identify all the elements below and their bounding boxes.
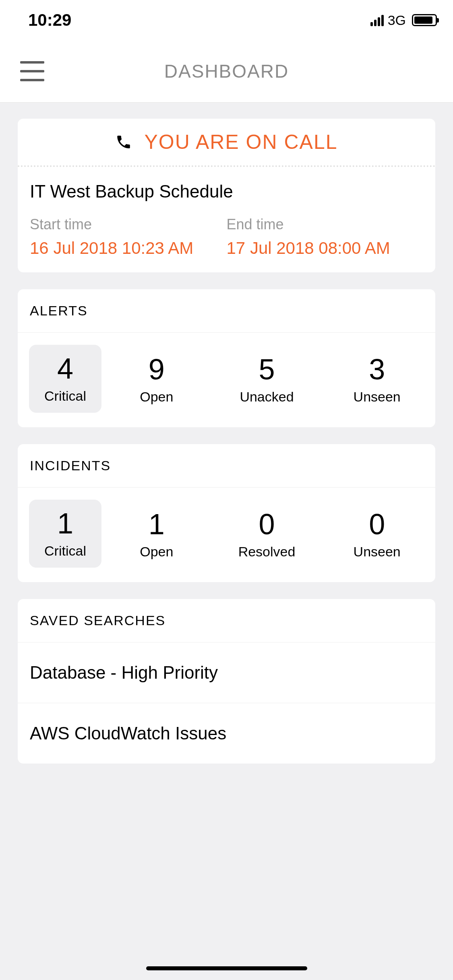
incidents-card: INCIDENTS 1 Critical 1 Open 0 Resolved 0… bbox=[18, 444, 435, 582]
battery-icon bbox=[412, 14, 437, 26]
alerts-unacked-count: 5 bbox=[259, 353, 275, 386]
network-label: 3G bbox=[388, 12, 406, 28]
alerts-unseen-count: 3 bbox=[369, 353, 385, 386]
alerts-unacked[interactable]: 5 Unacked bbox=[212, 345, 322, 413]
end-time-value: 17 Jul 2018 08:00 AM bbox=[227, 239, 424, 258]
incidents-unseen-count: 0 bbox=[369, 508, 385, 541]
alerts-critical[interactable]: 4 Critical bbox=[29, 345, 101, 413]
alerts-critical-count: 4 bbox=[57, 352, 73, 385]
menu-button[interactable] bbox=[20, 61, 44, 81]
incidents-open-count: 1 bbox=[149, 508, 165, 541]
oncall-card[interactable]: YOU ARE ON CALL IT West Backup Schedule … bbox=[18, 119, 435, 272]
incidents-open-label: Open bbox=[140, 544, 173, 560]
incidents-resolved-count: 0 bbox=[259, 508, 275, 541]
alerts-open-count: 9 bbox=[149, 353, 165, 386]
alerts-open-label: Open bbox=[140, 389, 173, 405]
page-title: DASHBOARD bbox=[0, 60, 453, 82]
incidents-unseen[interactable]: 0 Unseen bbox=[322, 500, 432, 568]
incidents-header: INCIDENTS bbox=[18, 444, 435, 488]
incidents-critical[interactable]: 1 Critical bbox=[29, 500, 101, 568]
start-time-block: Start time 16 Jul 2018 10:23 AM bbox=[30, 216, 227, 258]
status-time: 10:29 bbox=[28, 10, 71, 30]
home-indicator[interactable] bbox=[146, 966, 307, 970]
status-indicators: 3G bbox=[370, 12, 437, 28]
start-time-value: 16 Jul 2018 10:23 AM bbox=[30, 239, 227, 258]
saved-searches-header: SAVED SEARCHES bbox=[18, 599, 435, 642]
incidents-critical-label: Critical bbox=[44, 543, 86, 559]
oncall-banner: YOU ARE ON CALL bbox=[18, 119, 435, 167]
start-time-label: Start time bbox=[30, 216, 227, 233]
alerts-card: ALERTS 4 Critical 9 Open 5 Unacked 3 Uns… bbox=[18, 289, 435, 427]
incidents-unseen-label: Unseen bbox=[354, 544, 401, 560]
alerts-critical-label: Critical bbox=[44, 388, 86, 404]
saved-search-item[interactable]: Database - High Priority bbox=[18, 642, 435, 703]
schedule-name: IT West Backup Schedule bbox=[30, 181, 423, 202]
alerts-unseen[interactable]: 3 Unseen bbox=[322, 345, 432, 413]
end-time-block: End time 17 Jul 2018 08:00 AM bbox=[227, 216, 424, 258]
alerts-open[interactable]: 9 Open bbox=[101, 345, 212, 413]
incidents-resolved[interactable]: 0 Resolved bbox=[212, 500, 322, 568]
incidents-open[interactable]: 1 Open bbox=[101, 500, 212, 568]
alerts-header: ALERTS bbox=[18, 289, 435, 333]
schedule-body: IT West Backup Schedule Start time 16 Ju… bbox=[18, 167, 435, 272]
incidents-critical-count: 1 bbox=[57, 507, 73, 540]
alerts-unacked-label: Unacked bbox=[240, 389, 294, 405]
saved-search-item[interactable]: AWS CloudWatch Issues bbox=[18, 703, 435, 764]
signal-icon bbox=[370, 14, 384, 26]
status-bar: 10:29 3G bbox=[0, 0, 453, 40]
nav-bar: DASHBOARD bbox=[0, 40, 453, 103]
phone-icon bbox=[115, 134, 132, 150]
saved-searches-card: SAVED SEARCHES Database - High Priority … bbox=[18, 599, 435, 764]
incidents-resolved-label: Resolved bbox=[238, 544, 296, 560]
alerts-unseen-label: Unseen bbox=[354, 389, 401, 405]
end-time-label: End time bbox=[227, 216, 424, 233]
oncall-status: YOU ARE ON CALL bbox=[144, 130, 337, 154]
